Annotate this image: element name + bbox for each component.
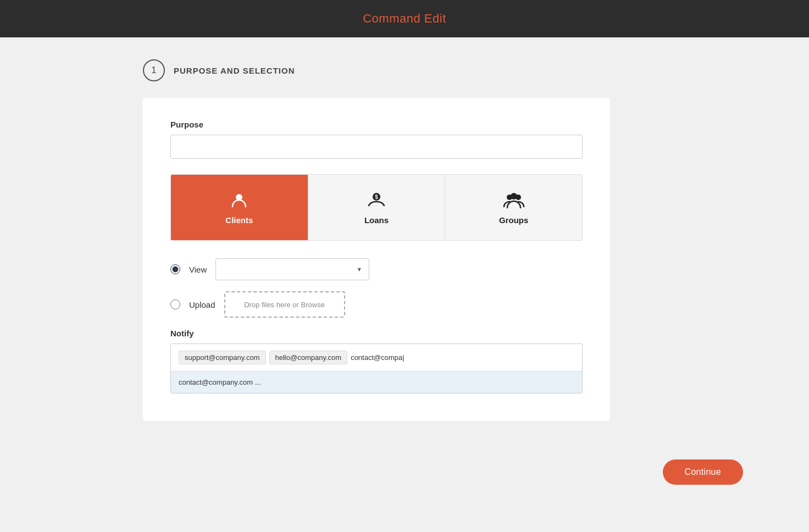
view-dropdown[interactable]: ▼ xyxy=(215,258,369,280)
purpose-label: Purpose xyxy=(170,120,583,129)
upload-drop-zone[interactable]: Drop files here or Browse xyxy=(224,291,345,318)
purpose-input[interactable] xyxy=(170,135,583,159)
form-card: Purpose Clients $ xyxy=(143,98,610,421)
step-header: 1 PURPOSE AND SELECTION xyxy=(143,59,295,81)
tile-groups[interactable]: Groups xyxy=(445,175,582,240)
continue-button[interactable]: Continue xyxy=(663,459,743,485)
app-header: Command Edit xyxy=(0,0,809,37)
tile-loans-label: Loans xyxy=(364,215,389,225)
tag-support: support@company.com xyxy=(179,351,266,364)
tile-loans[interactable]: $ Loans xyxy=(308,175,446,240)
tag-partial: contact@compa| xyxy=(351,351,404,364)
view-radio-row: View ▼ xyxy=(170,258,583,280)
upload-radio-label: Upload xyxy=(189,300,215,309)
svg-point-5 xyxy=(511,193,517,199)
drop-zone-text: Drop files here or Browse xyxy=(244,301,325,309)
selection-tiles: Clients $ Loans xyxy=(170,174,583,241)
loans-icon: $ xyxy=(367,190,386,210)
page-title: Command Edit xyxy=(363,12,446,26)
groups-icon xyxy=(503,190,525,210)
tag-hello: hello@company.com xyxy=(269,351,348,364)
notify-tags-area[interactable]: support@company.com hello@company.com co… xyxy=(171,344,582,372)
svg-text:$: $ xyxy=(375,194,378,200)
dropdown-arrow-icon: ▼ xyxy=(356,266,362,273)
tile-clients-label: Clients xyxy=(225,215,253,225)
step-title: PURPOSE AND SELECTION xyxy=(174,66,295,75)
step-number: 1 xyxy=(143,59,165,81)
notify-suggestion[interactable]: contact@company.com ... xyxy=(171,372,582,393)
upload-radio[interactable] xyxy=(170,300,180,309)
tile-groups-label: Groups xyxy=(499,215,528,225)
notify-box: support@company.com hello@company.com co… xyxy=(170,343,583,394)
main-content: 1 PURPOSE AND SELECTION Purpose Clients xyxy=(0,37,809,443)
view-radio[interactable] xyxy=(170,264,180,274)
view-radio-label: View xyxy=(189,265,207,274)
upload-radio-row: Upload Drop files here or Browse xyxy=(170,291,583,318)
tile-clients[interactable]: Clients xyxy=(171,175,308,240)
footer: Continue xyxy=(0,443,809,501)
clients-icon xyxy=(229,190,249,210)
notify-label: Notify xyxy=(170,329,583,338)
